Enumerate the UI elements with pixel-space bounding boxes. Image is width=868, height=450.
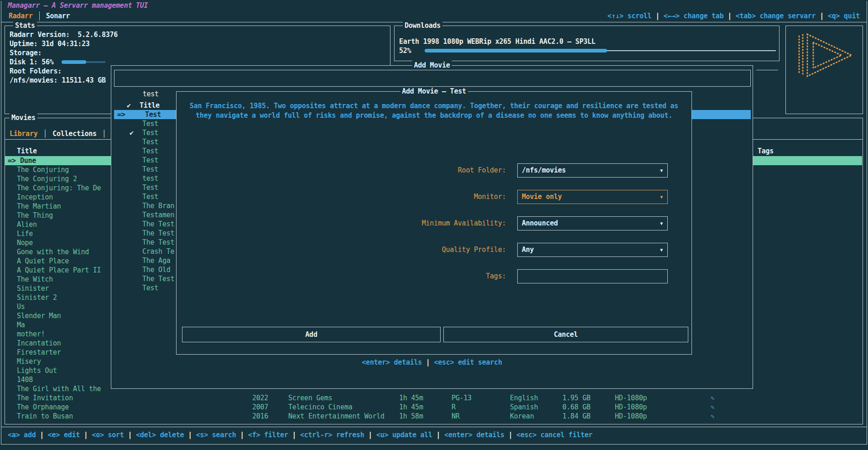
cell-rating: PG-13 [452, 393, 472, 403]
disk-usage-bar [62, 58, 105, 67]
result-title: The Old [142, 265, 170, 274]
movie-title: Lights Out [17, 366, 57, 375]
search-keybindings: <enter> details | <esc> edit search [111, 358, 753, 367]
cell-size: 1.95 GB [562, 393, 590, 403]
keybinding-hint: <enter> details [362, 358, 422, 366]
movie-title: The Invitation [17, 393, 73, 403]
result-title: Test [142, 156, 158, 165]
field-label: Quality Profile: [177, 243, 510, 257]
cell-year: 2007 [252, 403, 268, 412]
cell-language: Spanish [510, 403, 538, 412]
add-button[interactable]: Add [182, 327, 441, 342]
cell-runtime: 1h 45m [399, 393, 423, 403]
minimum-availability-dropdown[interactable]: Announced▼ [517, 216, 668, 230]
cell-runtime: 1h 45m [399, 403, 423, 412]
hint-separator: | [36, 431, 47, 439]
tags-input[interactable] [517, 269, 668, 283]
search-query-text: test [143, 90, 159, 98]
hint-separator: | [422, 358, 434, 366]
movie-title: Slender Man [17, 311, 61, 320]
hint-separator: | [723, 12, 735, 20]
cancel-button-label: Cancel [554, 330, 578, 339]
library-row[interactable]: The Orphanage2007Telecinco Cinema1h 45mR… [5, 403, 862, 412]
result-title: Test [142, 128, 158, 137]
movie-search-input[interactable]: test [114, 70, 751, 87]
managarr-play-logo-icon [795, 32, 854, 78]
keybinding-hint: <esc> edit search [434, 358, 502, 366]
library-panel-title: Movies [10, 113, 37, 122]
result-title: Test [142, 147, 158, 156]
movie-overview: San Francisco, 1985. Two opposites attra… [182, 101, 686, 120]
tab-separator: │ [102, 129, 106, 138]
keybinding-hint: <tab> change servarr [736, 12, 816, 20]
library-tabbar: Library │ Collections │ [10, 129, 106, 138]
tab-sonarr[interactable]: Sonarr [46, 11, 70, 21]
result-title: Test [142, 137, 158, 147]
library-row[interactable]: Train to Busan2016Next Entertainment Wor… [5, 412, 862, 421]
field-label: Minimum Availability: [177, 216, 510, 230]
pencil-icon: ✎ [711, 393, 714, 403]
keybinding-hint: <enter> details [444, 431, 504, 439]
form-field-row: Monitor: Movie only▼ [177, 190, 691, 204]
result-title: The Aga [142, 256, 170, 265]
keybinding-hint: <del> delete [136, 431, 184, 439]
result-title: The Test [142, 220, 174, 229]
movie-title: mother! [17, 330, 45, 339]
downloads-panel: Downloads Earth 1998 1080p WEBRip x265 H… [394, 26, 780, 61]
field-value: Movie only [522, 193, 562, 201]
stats-version: Radarr Version: 5.2.6.8376 [10, 30, 118, 39]
quality-profile-dropdown[interactable]: Any▼ [517, 243, 668, 257]
dropdown-caret-icon: ▼ [660, 190, 663, 204]
hint-separator: | [816, 12, 827, 20]
field-label: Monitor: [177, 190, 510, 204]
form-field-row: Root Folder: /nfs/movies▼ [177, 163, 691, 178]
pencil-icon: ✎ [711, 403, 714, 412]
cell-quality: HD-1080p [615, 403, 647, 412]
movie-title: Gone with the Wind [17, 247, 89, 256]
cell-year: 2016 [252, 412, 268, 421]
field-label: Tags: [177, 269, 510, 283]
keybinding-hint: <s> search [196, 431, 236, 439]
tab-library[interactable]: Library [10, 129, 37, 138]
cancel-button[interactable]: Cancel [443, 327, 688, 342]
progress-fill [425, 49, 607, 52]
monitor-dropdown[interactable]: Movie only▼ [517, 190, 668, 204]
movie-title: The Orphanage [17, 403, 69, 412]
root-folder-dropdown[interactable]: /nfs/movies▼ [517, 163, 668, 178]
result-title: The Bran [142, 201, 174, 210]
movie-title: 1408 [17, 375, 33, 384]
keybinding-hint: <u> update all [376, 431, 432, 439]
form-field-row: Quality Profile: Any▼ [177, 243, 691, 257]
tab-radarr[interactable]: Radarr [9, 11, 33, 21]
keybinding-hint: <↑↓> scroll [608, 12, 652, 20]
dropdown-caret-icon: ▼ [660, 164, 663, 177]
selection-arrow: => [117, 110, 125, 119]
cell-size: 0.68 GB [562, 403, 590, 412]
logo-panel [785, 26, 863, 114]
hint-separator: | [432, 431, 444, 439]
hint-separator: | [124, 431, 136, 439]
movie-title: Incantation [17, 339, 61, 348]
cell-runtime: 1h 58m [399, 412, 423, 421]
progress-fill [62, 60, 86, 64]
movie-title: Ma [17, 320, 25, 330]
movie-title: Dune [20, 156, 36, 165]
movie-title: The Conjuring: The De [17, 183, 101, 193]
result-title: Crash Te [142, 247, 174, 256]
hint-separator: | [651, 12, 663, 20]
library-row[interactable]: The Invitation2022Screen Gems1h 45mPG-13… [5, 393, 862, 403]
hint-separator: | [504, 431, 516, 439]
keybinding-hint: <f> filter [248, 431, 288, 439]
tab-collections[interactable]: Collections [52, 129, 97, 138]
result-title: Test [142, 119, 158, 128]
stats-rootfolder-value: /nfs/movies: 11511.43 GB [10, 76, 106, 85]
cell-studio: Next Entertainment World [288, 412, 385, 421]
stats-uptime: Uptime: 31d 04:31:23 [10, 39, 90, 48]
movie-title: The Martian [17, 202, 61, 211]
result-title: Test [142, 283, 158, 293]
movie-title: The Conjuring [17, 165, 69, 174]
movie-title: A Quiet Place [17, 256, 69, 266]
popup-title: Add Movie [412, 61, 452, 70]
cell-studio: Screen Gems [288, 393, 333, 403]
movie-title: Life [17, 229, 33, 238]
